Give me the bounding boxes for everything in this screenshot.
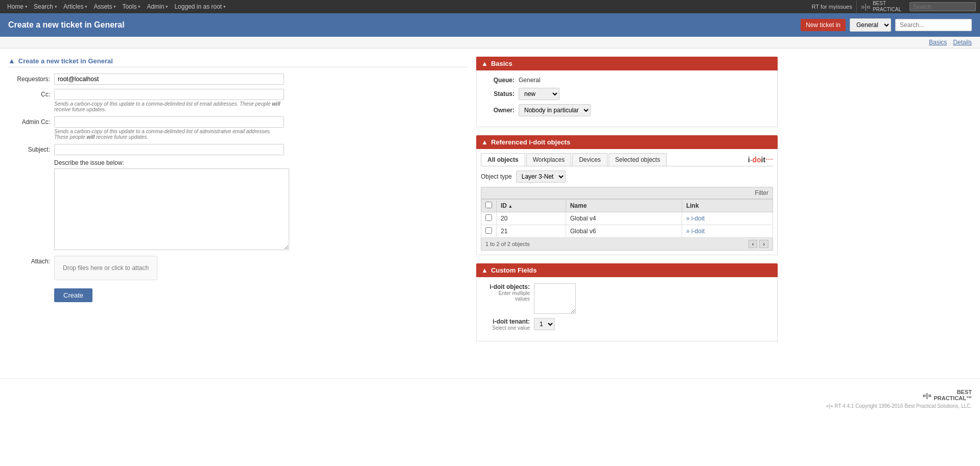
rt-issues-label: RT for myissues: [808, 4, 856, 10]
idoit-tabs: All objects Workplaces Devices Selected …: [481, 153, 773, 166]
basics-title: Basics: [491, 60, 512, 67]
attach-area[interactable]: Drop files here or click to attach: [54, 256, 157, 280]
queue-select[interactable]: General: [850, 18, 891, 32]
status-select[interactable]: new open stalled resolved rejected delet…: [519, 88, 559, 100]
top-nav-search[interactable]: [909, 2, 976, 11]
row-name-2: Global v6: [566, 225, 682, 238]
new-ticket-button[interactable]: New ticket in: [801, 19, 846, 31]
select-all-checkbox[interactable]: [485, 202, 492, 208]
next-page-button[interactable]: ›: [759, 240, 768, 248]
tab-workplaces[interactable]: Workplaces: [526, 153, 571, 166]
idoit-body: All objects Workplaces Devices Selected …: [476, 149, 778, 255]
cc-label: Cc:: [8, 89, 54, 98]
description-textarea[interactable]: [54, 168, 289, 250]
row-id-2: 21: [497, 225, 566, 238]
nav-search[interactable]: Search ▾: [31, 0, 60, 13]
idoit-tenant-label: i-doit tenant:: [483, 318, 530, 325]
filter-bar: Filter: [481, 187, 773, 199]
owner-select[interactable]: Nobody in particular root: [519, 104, 591, 116]
idoit-tenant-select[interactable]: 1: [534, 318, 555, 330]
idoit-objects-textarea[interactable]: [534, 283, 576, 314]
table-footer: 1 to 2 of 2 objects ‹ ›: [481, 238, 773, 251]
admin-cc-row: Admin Cc: Sends a carbon-copy of this up…: [8, 116, 468, 140]
object-type-select[interactable]: Layer 3-Net: [516, 170, 566, 183]
col-name-header[interactable]: Name: [566, 200, 682, 212]
page-title: Create a new ticket in General: [8, 20, 125, 30]
left-section-header: ▲ Create a new ticket in General: [8, 57, 468, 67]
home-arrow-icon: ▾: [25, 4, 28, 9]
prev-page-button[interactable]: ‹: [749, 240, 758, 248]
col-checkbox-header: [481, 200, 497, 212]
basics-header: ▲ Basics: [476, 57, 778, 70]
header-right: New ticket in General: [801, 18, 972, 32]
left-section-title: Create a new ticket in General: [18, 57, 113, 65]
left-panel: ▲ Create a new ticket in General Request…: [8, 57, 468, 302]
top-navigation: Home ▾ Search ▾ Articles ▾ Assets ▾ Tool…: [0, 0, 980, 13]
nav-articles[interactable]: Articles ▾: [60, 0, 90, 13]
idoit-objects-row: i-doit objects: Enter multiple values: [483, 283, 771, 314]
row-id-1: 20: [497, 212, 566, 225]
search-arrow-icon: ▾: [55, 4, 57, 9]
tools-arrow-icon: ▾: [138, 4, 141, 9]
custom-fields-section: ▲ Custom Fields i-doit objects: Enter mu…: [476, 263, 778, 341]
subject-label: Subject:: [8, 144, 54, 153]
row-name-1: Global v4: [566, 212, 682, 225]
nav-admin[interactable]: Admin ▾: [144, 0, 171, 13]
nav-assets[interactable]: Assets ▾: [90, 0, 119, 13]
idoit-logo: i-doit ·····: [748, 153, 773, 166]
custom-fields-collapse-icon[interactable]: ▲: [481, 266, 488, 274]
tab-all-objects[interactable]: All objects: [481, 153, 525, 166]
cc-row: Cc: Sends a carbon-copy of this update t…: [8, 89, 468, 112]
admin-cc-input[interactable]: [54, 116, 284, 128]
row-link-2[interactable]: » i-doit: [682, 225, 773, 238]
page-footer: »|« BEST PRACTICAL™ »|« RT 4.4.1 Copyrig…: [0, 378, 980, 419]
nav-home[interactable]: Home ▾: [4, 0, 31, 13]
subject-row: Subject:: [8, 144, 468, 155]
queue-value: General: [519, 77, 541, 84]
admin-arrow-icon: ▾: [166, 4, 168, 9]
create-btn-row: Create: [8, 288, 468, 302]
objects-table: ID Name Link 20 Global v4 » i-doit: [481, 199, 773, 238]
header-search[interactable]: [895, 19, 972, 31]
main-content: ▲ Create a new ticket in General Request…: [0, 48, 980, 358]
best-practical-logo: »|« BEST PRACTICAL: [856, 1, 905, 13]
table-row: 21 Global v6 » i-doit: [481, 225, 773, 238]
page-header: Create a new ticket in General New ticke…: [0, 13, 980, 37]
table-navigation: ‹ ›: [749, 240, 768, 248]
custom-fields-body: i-doit objects: Enter multiple values i-…: [476, 277, 778, 341]
table-count: 1 to 2 of 2 objects: [485, 241, 530, 247]
footer-bars-icon: »|«: [922, 391, 931, 399]
create-button[interactable]: Create: [54, 288, 92, 302]
subject-input[interactable]: [54, 144, 284, 155]
header-search-input[interactable]: [895, 19, 972, 31]
top-nav-search-input[interactable]: [909, 2, 976, 11]
row-checkbox-2[interactable]: [485, 227, 492, 234]
footer-logo: »|« BEST PRACTICAL™: [8, 389, 972, 401]
nav-tools[interactable]: Tools ▾: [119, 0, 144, 13]
status-label: Status:: [483, 90, 519, 97]
nav-logged-in[interactable]: Logged in as root ▾: [171, 0, 229, 13]
queue-row: Queue: General: [483, 77, 771, 84]
assets-arrow-icon: ▾: [113, 4, 116, 9]
idoit-objects-label: i-doit objects:: [483, 283, 530, 290]
row-link-1[interactable]: » i-doit: [682, 212, 773, 225]
col-id-header[interactable]: ID: [497, 200, 566, 212]
idoit-collapse-icon[interactable]: ▲: [481, 138, 488, 146]
custom-fields-title: Custom Fields: [491, 266, 537, 274]
basics-body: Queue: General Status: new open stalled …: [476, 70, 778, 127]
articles-arrow-icon: ▾: [85, 4, 87, 9]
basics-link[interactable]: Basics: [929, 39, 947, 46]
requestors-input[interactable]: [54, 73, 284, 85]
row-checkbox-1[interactable]: [485, 214, 492, 221]
cc-hint: Sends a carbon-copy of this update to a …: [54, 101, 284, 112]
status-row: Status: new open stalled resolved reject…: [483, 88, 771, 100]
idoit-title: Referenced i-doit objects: [491, 138, 570, 146]
collapse-icon[interactable]: ▲: [8, 57, 15, 65]
tab-devices[interactable]: Devices: [572, 153, 608, 166]
basics-collapse-icon[interactable]: ▲: [481, 60, 488, 67]
tab-selected-objects[interactable]: Selected objects: [609, 153, 667, 166]
footer-copyright: »|« RT 4.4.1 Copyright 1996-2016 Best Pr…: [8, 403, 972, 409]
cc-input[interactable]: [54, 89, 284, 100]
details-link[interactable]: Details: [953, 39, 972, 46]
idoit-section: ▲ Referenced i-doit objects All objects …: [476, 135, 778, 255]
